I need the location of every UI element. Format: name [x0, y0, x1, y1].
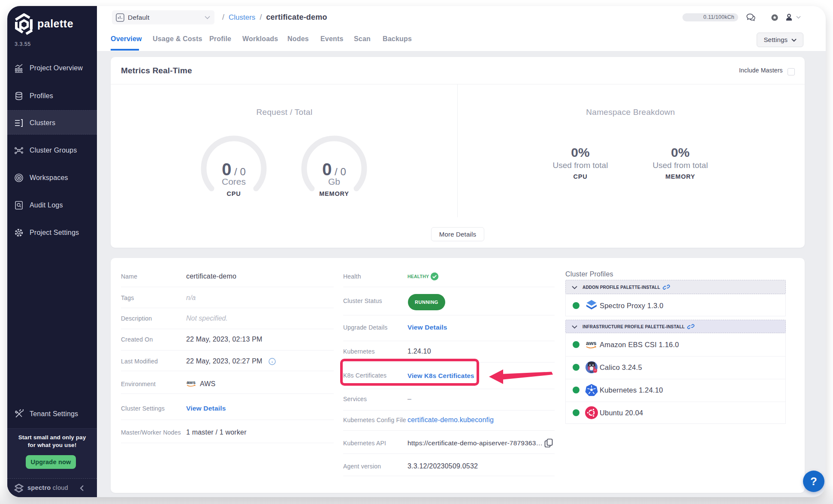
svg-text:aws: aws [586, 340, 597, 346]
svg-text:aws: aws [187, 380, 196, 385]
